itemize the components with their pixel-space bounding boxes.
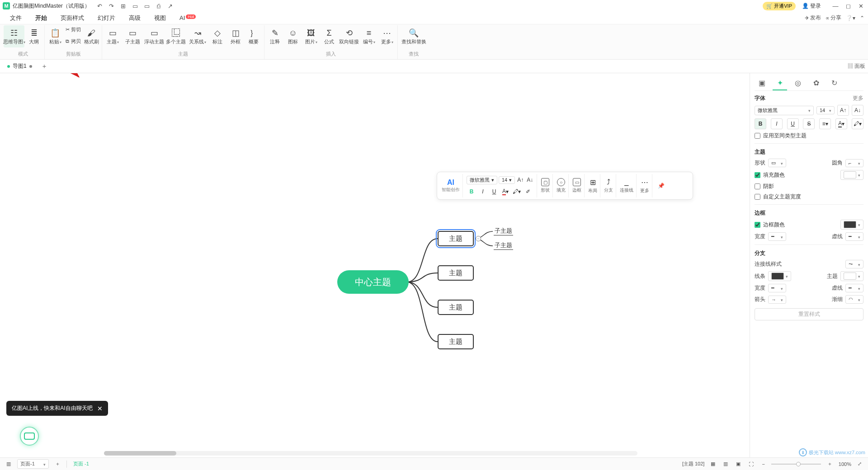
relation-button[interactable]: ↝关系线 [187,25,208,47]
view-mode-3-icon[interactable]: ▣ [734,460,742,468]
ft-font-color-button[interactable]: A▾ [500,187,510,197]
formula-button[interactable]: Σ公式 [321,25,338,47]
paste-button[interactable]: 📋粘贴 [47,25,64,49]
callout-button[interactable]: ◇标注 [209,25,226,47]
ft-layout-button[interactable]: ⊞布局 [588,178,597,194]
center-topic-node[interactable]: 中心主题 [337,270,409,294]
sp-bold-button[interactable]: B [755,118,766,129]
subtopic-node-1[interactable]: 子主题 [494,227,513,235]
zoom-out-button[interactable]: − [760,461,766,468]
redo-icon[interactable]: ↷ [108,2,115,9]
sp-branch-topic-select[interactable] [840,271,863,281]
note-button[interactable]: ✎注释 [266,25,283,47]
topic-node-3[interactable]: 主题 [438,300,474,315]
ft-branch-button[interactable]: ⤴分支 [604,178,613,193]
icon-button[interactable]: ☺图标 [284,25,302,47]
canvas-area[interactable]: 中心主题 主题 − 子主题 子主题 主题 主题 主题 AI 智能创作 微软雅黑 … [0,73,750,457]
sp-shadow-check[interactable]: 阴影 [755,183,863,190]
sp-shrink-font-icon[interactable]: A↓ [852,105,863,116]
ft-fill-button[interactable]: ○填充 [557,178,566,193]
ai-toast-close-icon[interactable]: ✕ [97,405,103,412]
format-painter-button[interactable]: 🖌格式刷 [83,25,100,49]
expand-collapse-button[interactable]: − [476,236,481,241]
sp-italic-button[interactable]: I [771,118,783,129]
export-icon[interactable]: ↗ [167,2,174,9]
sp-branch-width-select[interactable]: ━ [768,284,786,292]
print-icon[interactable]: ⎙ [155,2,162,9]
sp-custom-width-check[interactable]: 自定义主题宽度 [755,193,863,201]
sp-tab-clipart-icon[interactable]: ✿ [809,76,823,90]
topic-node-1[interactable]: 主题 [438,231,474,246]
ft-underline-button[interactable]: U [489,187,499,197]
sp-font-select[interactable]: 微软雅黑 [755,106,814,115]
sp-tab-format-icon[interactable]: ✦ [773,76,787,90]
zoom-in-button[interactable]: ＋ [826,460,834,468]
tab-doc1[interactable]: 导图1 [3,61,37,72]
sp-border-width-select[interactable]: ━ [768,232,786,241]
open-icon[interactable]: ▭ [132,2,139,9]
sp-taper-select[interactable]: ◠ [845,295,863,304]
ft-shape-button[interactable]: ▢形状 [541,178,550,193]
help-icon[interactable]: ❔▾ [846,15,855,21]
sp-branch-dash-select[interactable]: ━ [845,284,863,292]
page-list-icon[interactable]: ▥ [5,460,13,468]
sp-strike-button[interactable]: S [803,118,815,129]
publish-button[interactable]: ✈ 发布 [805,14,821,22]
new-doc-icon[interactable]: ⊞ [120,2,127,9]
undo-icon[interactable]: ↶ [96,2,104,9]
horizontal-scrollbar[interactable] [104,451,637,456]
menu-view[interactable]: 视图 [148,13,172,24]
more-insert-button[interactable]: ⋯更多 [378,25,396,47]
topic-node-4[interactable]: 主题 [438,334,474,349]
subtopic-button[interactable]: ▭子主题 [122,25,143,47]
ft-grow-font-icon[interactable]: A↑ [516,175,524,185]
menu-slideshow[interactable]: 幻灯片 [91,13,122,24]
sp-font-more[interactable]: 更多 [853,94,863,102]
ai-fab-button[interactable] [20,427,39,446]
current-page-label[interactable]: 页面 -1 [71,460,91,468]
topic-node-2[interactable]: 主题 [438,265,474,281]
ft-size-select[interactable]: 14 ▾ [499,176,515,184]
topic-button[interactable]: ▭主题 [104,25,121,47]
collapse-ribbon-icon[interactable]: ⌃ [860,15,864,21]
ft-font-select[interactable]: 微软雅黑 ▾ [467,176,497,184]
menu-file[interactable]: 文件 [4,13,28,24]
summary-button[interactable]: ｝概要 [245,25,262,47]
find-replace-button[interactable]: 🔍查找和替换 [400,25,428,47]
sp-tab-icon-icon[interactable]: ◎ [791,76,805,90]
sp-tab-history-icon[interactable]: ↻ [827,76,841,90]
sp-fill-color-check[interactable]: 填充颜色 [755,171,785,179]
maximize-icon[interactable]: ◻ [844,1,853,10]
add-tab-button[interactable]: ＋ [40,62,48,70]
numbering-button[interactable]: ≡编号 [360,25,377,47]
fit-screen-icon[interactable]: ⛶ [747,461,755,468]
menu-ai[interactable]: AIHot [173,13,202,23]
sp-tab-style-icon[interactable]: ▣ [755,76,769,90]
sp-line-color-select[interactable] [768,271,791,281]
sp-arrow-select[interactable]: → [768,296,786,304]
ft-more-button[interactable]: ⋯更多 [640,178,649,194]
sp-underline-button[interactable]: U [787,118,799,129]
sp-apply-same-check[interactable]: 应用至同类型主题 [755,132,863,140]
copy-button[interactable]: ⧉ 拷贝 [65,37,82,49]
hyperlink-button[interactable]: ⟲双向链接 [339,25,359,47]
multiple-topic-button[interactable]: ⿺多个主题 [165,25,186,47]
add-page-button[interactable]: ＋ [53,460,62,468]
menu-page-style[interactable]: 页面样式 [54,13,90,24]
ft-bold-button[interactable]: B [467,187,476,197]
mode-outline-button[interactable]: ≣大纲 [25,25,42,47]
sp-size-select[interactable]: 14 [816,106,835,114]
boundary-button[interactable]: ◫外框 [227,25,244,47]
ft-clear-format-button[interactable]: ✐ [523,187,533,197]
menu-advanced[interactable]: 高级 [123,13,147,24]
share-button[interactable]: ∝ 分享 [826,14,841,22]
ft-line-button[interactable]: ⎯连接线 [620,178,633,193]
sp-align-button[interactable]: ≡▾ [819,118,831,129]
ft-italic-button[interactable]: I [478,187,488,197]
view-mode-1-icon[interactable]: ▦ [709,460,717,468]
sp-fill-color-select[interactable] [840,170,863,180]
sp-shape-select[interactable]: ▭ [768,159,786,167]
view-mode-2-icon[interactable]: ▥ [722,460,730,468]
sp-border-color-check[interactable]: 边框颜色 [755,221,785,229]
mode-mindmap-button[interactable]: ☷思维导图 [4,25,24,47]
